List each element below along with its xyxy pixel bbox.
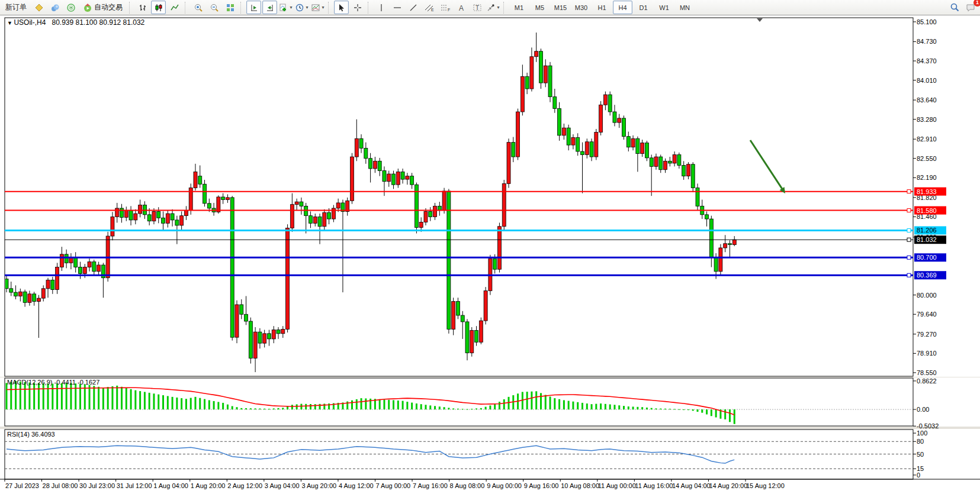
separator [503,2,506,14]
notifications-button[interactable]: 1 [963,1,978,14]
gold-diamond-icon [34,3,44,12]
timeframe-M1[interactable]: M1 [509,1,529,14]
price-tick-label: 84.730 [917,38,937,45]
candle [124,211,128,218]
periods-button[interactable]: ▾ [294,1,309,14]
macd-histogram-bar [503,399,505,409]
hline-anchor[interactable] [907,238,911,241]
trendline-tool-button[interactable] [406,1,420,14]
price-tick-label: 79.640 [917,311,937,318]
chart-shift-button[interactable] [262,1,277,14]
line-chart-type-button[interactable] [167,1,182,14]
zoom-out-button[interactable] [207,1,221,14]
tile-windows-button[interactable] [223,1,237,14]
zoom-in-button[interactable] [191,1,205,14]
vertical-line-tool-button[interactable] [374,1,388,14]
timeframe-H4[interactable]: H4 [613,1,632,14]
macd-histogram-bar [162,395,164,409]
candle [668,161,671,163]
macd-histogram-bar [111,386,113,409]
candle [97,265,101,272]
bar-chart-type-button[interactable] [135,1,150,14]
equidistant-channel-tool-button[interactable]: E [422,1,436,14]
macd-histogram-bar [706,409,708,414]
candle [235,305,239,337]
chevron-down-icon: ▾ [306,5,308,10]
candle [705,215,709,219]
hline-anchor[interactable] [907,190,911,193]
candle [221,197,225,200]
macd-tick-label: 0.00 [917,406,929,413]
price-tag-label: 81.032 [917,236,937,243]
chevron-down-icon: ▾ [497,5,499,10]
auto-scroll-button[interactable] [246,1,261,14]
one-click-trading-toggle[interactable]: ▼ [7,20,14,26]
timeframe-M30[interactable]: M30 [571,1,591,14]
macd-histogram-bar [259,409,261,409]
macd-histogram-bar [130,389,132,409]
timeframe-D1[interactable]: D1 [634,1,653,14]
price-tick-label: 83.640 [917,96,937,104]
search-icon[interactable] [947,1,962,14]
candle [309,216,312,224]
arrows-tool-button[interactable]: ▾ [486,1,500,14]
timeframe-MN[interactable]: MN [675,1,695,14]
time-tick-label: 30 Jul 23:00 [79,482,115,489]
macd-histogram-bar [134,390,136,409]
time-tick-label: 11 Aug 16:00 [635,482,673,489]
community-icon[interactable] [47,1,62,14]
macd-histogram-bar [255,408,256,409]
panel-splitter[interactable] [0,377,980,377]
candle [442,191,446,211]
candle [719,248,722,272]
auto-trading-icon [83,3,92,12]
candlestick-chart-type-button[interactable] [151,1,166,14]
text-label-tool-button[interactable]: T [470,1,484,14]
candle [267,334,271,339]
hline-anchor[interactable] [907,256,911,259]
horizontal-line-tool-button[interactable] [390,1,404,14]
macd-histogram-bar [28,383,30,410]
candle [249,321,252,358]
ohlc-values: 80.939 81.100 80.912 81.032 [52,18,144,27]
timeframe-M15[interactable]: M15 [551,1,570,14]
crosshair-tool-button[interactable] [350,1,365,14]
signals-icon[interactable] [63,1,78,14]
macd-histogram-bar [264,409,265,409]
cursor-tool-button[interactable] [334,1,349,14]
macd-histogram-bar [250,408,252,409]
price-tick-label: 82.910 [917,135,937,143]
candle [217,197,220,212]
hline-anchor[interactable] [907,209,911,212]
macd-histogram-bar [457,409,459,409]
market-watch-icon[interactable] [31,1,46,14]
time-tick-label: 9 Aug 00:00 [487,482,522,489]
fibonacci-tool-button[interactable]: F [438,1,452,14]
templates-button[interactable]: ▾ [310,1,325,14]
timeframe-M5[interactable]: M5 [530,1,550,14]
macd-histogram-bar [149,393,150,409]
panel-splitter[interactable] [0,427,980,429]
macd-histogram-bar [444,407,445,409]
timeframe-H1[interactable]: H1 [592,1,612,14]
candle [664,161,667,169]
candle [645,143,648,158]
candle [553,97,557,109]
candle [378,161,381,170]
candle [115,208,119,217]
macd-histogram-bar [397,401,399,409]
macd-histogram-bar [729,409,731,422]
new-order-button[interactable]: 新订单 [2,1,30,14]
macd-histogram-bar [687,409,689,410]
chart-canvas[interactable]: 85.10084.73084.37084.01083.64083.28082.9… [0,0,980,494]
candle [732,240,736,244]
auto-trading-button[interactable]: 自动交易 [79,1,126,14]
timeframe-W1[interactable]: W1 [654,1,674,14]
main-panel[interactable] [5,18,913,376]
text-tool-button[interactable]: A [454,1,468,14]
candle [571,137,575,145]
hline-anchor[interactable] [907,273,911,277]
hline-anchor[interactable] [907,228,911,232]
indicators-button[interactable]: ▾ [278,1,293,14]
candle [230,198,234,337]
